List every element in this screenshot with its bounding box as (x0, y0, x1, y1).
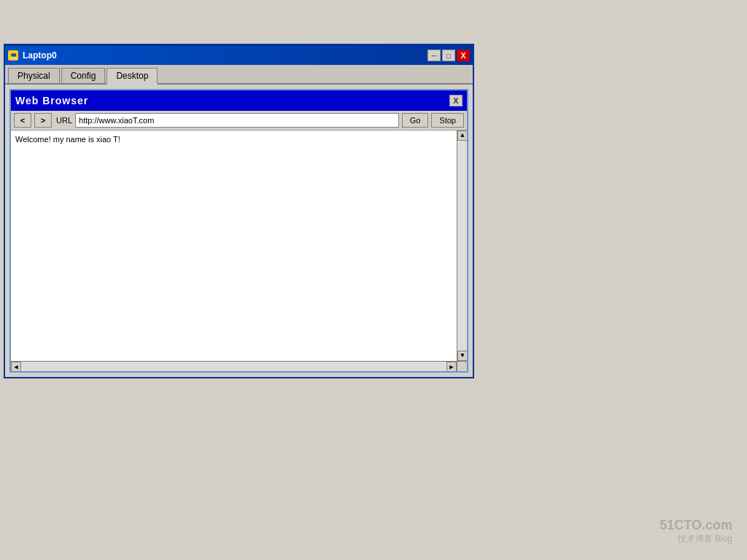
scrollbar-vertical[interactable]: ▲ ▼ (457, 131, 467, 361)
close-button[interactable]: X (457, 50, 470, 61)
page-text: Welcome! my name is xiao T! (15, 135, 120, 144)
main-window: 💻 Laptop0 ─ □ X Physical Config Desktop … (4, 44, 474, 378)
window-title: Laptop0 (23, 50, 57, 61)
scroll-up-arrow[interactable]: ▲ (457, 131, 467, 141)
scrollbar-horizontal[interactable]: ◀ ▶ (11, 361, 457, 371)
browser-content-wrapper: Welcome! my name is xiao T! ▲ ▼ ◀ ▶ (11, 131, 467, 371)
stop-button[interactable]: Stop (431, 113, 464, 128)
browser-close-button[interactable]: X (449, 95, 462, 106)
browser-title-bar: Web Browser X (11, 90, 467, 111)
go-button[interactable]: Go (402, 113, 429, 128)
title-bar-left: 💻 Laptop0 (8, 50, 57, 61)
minimize-button[interactable]: ─ (427, 50, 441, 61)
forward-button[interactable]: > (34, 113, 52, 128)
maximize-button[interactable]: □ (442, 50, 455, 61)
scroll-right-arrow[interactable]: ▶ (446, 362, 457, 371)
browser-content: Welcome! my name is xiao T! (11, 131, 457, 361)
scroll-left-arrow[interactable]: ◀ (11, 362, 21, 371)
content-area: Web Browser X < > URL Go Stop Welcome! m… (5, 85, 473, 377)
url-input[interactable] (75, 113, 399, 128)
tab-desktop[interactable]: Desktop (107, 68, 158, 85)
title-bar: 💻 Laptop0 ─ □ X (5, 46, 473, 65)
laptop-icon: 💻 (8, 50, 18, 61)
tab-physical[interactable]: Physical (8, 68, 60, 83)
watermark: 51CTO.com 技术博客 Blog (659, 518, 732, 545)
browser-window: Web Browser X < > URL Go Stop Welcome! m… (9, 89, 468, 373)
scroll-down-arrow[interactable]: ▼ (457, 351, 467, 361)
tabs-area: Physical Config Desktop (5, 65, 473, 85)
browser-toolbar: < > URL Go Stop (11, 111, 467, 131)
tab-config[interactable]: Config (61, 68, 106, 83)
browser-title: Web Browser (15, 95, 88, 106)
scroll-corner (457, 361, 467, 371)
title-bar-buttons: ─ □ X (427, 50, 470, 61)
url-label: URL (56, 116, 72, 125)
scroll-track-horizontal[interactable] (21, 362, 446, 371)
scroll-track-vertical[interactable] (457, 141, 467, 351)
back-button[interactable]: < (14, 113, 31, 128)
watermark-main: 51CTO.com (659, 518, 732, 533)
watermark-sub: 技术博客 Blog (659, 533, 732, 545)
